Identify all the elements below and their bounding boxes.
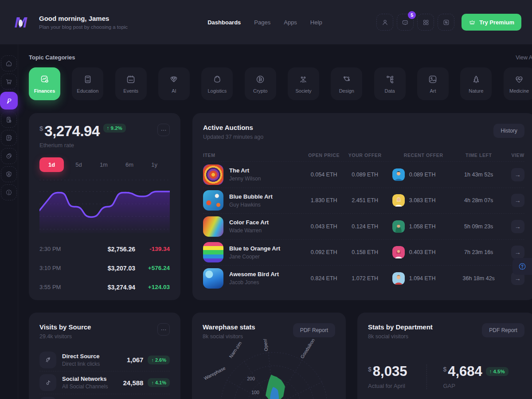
range-1m[interactable]: 1m [94, 157, 114, 172]
try-premium-button[interactable]: Try Premium [462, 14, 521, 31]
rate-history-list: 2:30 PM $2,756.26 -139.34 3:10 PM $3,207… [39, 239, 170, 297]
range-1y[interactable]: 1y [145, 157, 164, 172]
logo-drop-shape [19, 20, 23, 27]
stat-gap: $ 4,684 ↑4.5% GAP [426, 364, 524, 389]
rocket-icon [44, 356, 52, 364]
sidebar-item-alerts[interactable] [1, 184, 17, 200]
auction-item-image [203, 242, 223, 262]
nav-help[interactable]: Help [310, 19, 322, 26]
sidebar [0, 44, 18, 399]
your-offer: 0.089 ETH [344, 172, 386, 178]
etherium-line-chart [39, 179, 170, 233]
sidebar-item-shop[interactable] [1, 74, 17, 90]
recent-offer: 1.094 ETH [409, 275, 436, 282]
view-auction-button[interactable]: → [511, 220, 524, 233]
visit-change-badge: ↑4.1% [148, 378, 170, 387]
stats-by-department-card: Stats by Department 8k social visitors P… [357, 313, 532, 399]
sidebar-item-contacts[interactable] [1, 130, 17, 146]
app-header: M Good morning, James Plan your blog pos… [0, 0, 532, 44]
main-nav: Dashboards Pages Apps Help [207, 19, 322, 26]
auctions-title: Active Auctions [203, 124, 263, 131]
apps-grid-button[interactable] [417, 14, 434, 31]
social-note-icon [44, 379, 52, 387]
visit-change-badge: ↑2.6% [148, 356, 170, 364]
time-left: 36h 18m 42s [453, 275, 505, 282]
topic-crypto[interactable]: Crypto [245, 67, 276, 100]
auction-item-image [203, 268, 223, 289]
visits-more-button[interactable]: ⋯ [157, 323, 170, 336]
sidebar-item-payments[interactable] [0, 92, 18, 110]
settings-button[interactable] [438, 14, 454, 31]
crown-icon [469, 19, 476, 26]
view-auction-button[interactable]: → [511, 194, 524, 207]
etherium-rate-card: $ 3,274.94 ↑9.2% ⋯ Etherium rate 1d 5d 1… [29, 113, 180, 300]
recent-offer: 0.403 ETH [409, 249, 436, 255]
coins-icon [5, 152, 13, 160]
currency-symbol: $ [39, 125, 43, 132]
range-1d[interactable]: 1d [39, 157, 64, 172]
topic-logistics[interactable]: Logistics [201, 67, 233, 100]
topic-medicine[interactable]: Medicine [504, 67, 532, 100]
etherium-more-button[interactable]: ⋯ [157, 124, 170, 136]
nav-dashboards[interactable]: Dashboards [207, 19, 241, 26]
polar-label-openlane: Openlane [262, 339, 269, 352]
your-offer: 0.158 ETH [344, 249, 386, 255]
recent-offer: 3.083 ETH [409, 197, 436, 203]
department-title: Stats by Department [368, 323, 433, 331]
visit-source-row: Social NetworksAll Social Channels 24,58… [39, 371, 170, 394]
topic-design[interactable]: Design [331, 67, 362, 100]
topic-education[interactable]: Education [72, 67, 103, 100]
range-5d[interactable]: 5d [69, 157, 88, 172]
polar-label-nam-zim: Nam-zim [228, 340, 243, 359]
view-all-link[interactable]: View All [516, 55, 532, 61]
sidebar-item-reports[interactable] [1, 112, 17, 128]
topic-nature[interactable]: Nature [460, 67, 492, 100]
greeting-title: Good morning, James [39, 15, 128, 22]
sidebar-item-security[interactable] [1, 166, 17, 182]
topic-finances[interactable]: Finances [29, 67, 60, 100]
nav-pages[interactable]: Pages [254, 19, 270, 26]
topic-data[interactable]: Data [374, 67, 406, 100]
auction-row: Blue Bubble ArtGuy Hawkins 1.830 ETH 2.4… [203, 188, 524, 214]
topic-art[interactable]: Art [417, 67, 449, 100]
greeting-subtitle: Plan your blog post by choosing a topic [39, 24, 128, 30]
topic-categories: Finances Education Events AI Logistics C… [29, 67, 532, 100]
visits-title: Visits by Source [39, 323, 91, 331]
range-6m[interactable]: 6m [119, 157, 140, 172]
view-auction-button[interactable]: → [511, 246, 524, 259]
time-left: 1h 43m 52s [453, 172, 505, 178]
topic-society[interactable]: Society [288, 67, 319, 100]
auction-item-image [203, 164, 223, 185]
rate-change-badge: ↑9.2% [103, 124, 126, 133]
notification-badge: 5 [408, 11, 416, 19]
auction-row: Blue to Orange ArtJane Cooper 0.092 ETH … [203, 239, 524, 266]
premium-label: Try Premium [479, 19, 514, 26]
warephase-pdf-button[interactable]: PDF Report [293, 323, 335, 337]
topic-ai[interactable]: AI [158, 67, 190, 100]
open-price: 1.830 ETH [304, 197, 344, 203]
bidder-avatar [392, 168, 405, 181]
help-floating-button[interactable] [512, 258, 532, 275]
view-auction-button[interactable]: → [511, 168, 524, 181]
user-icon [381, 19, 389, 26]
department-pdf-button[interactable]: PDF Report [482, 323, 524, 337]
home-icon [5, 59, 13, 67]
bag-icon [212, 74, 223, 85]
profile-button[interactable] [376, 14, 393, 31]
gap-change-badge: ↑4.5% [486, 367, 509, 376]
calculator-icon [82, 74, 93, 85]
report-icon [5, 116, 13, 124]
messages-button[interactable]: 5 [397, 14, 414, 31]
polar-tick-200: 200 [247, 376, 255, 381]
sidebar-item-home[interactable] [1, 55, 17, 71]
sidebar-item-coins[interactable] [1, 148, 17, 164]
auctions-table-header: ITEM OPEN PRICE YOUR OFFER RECENT OFFER … [203, 149, 524, 161]
up-arrow-icon: ↑ [151, 357, 154, 363]
bezier-icon [341, 74, 352, 85]
bidder-avatar [392, 220, 405, 233]
paypal-icon [5, 97, 13, 105]
nav-apps[interactable]: Apps [284, 19, 297, 26]
history-button[interactable]: History [493, 124, 524, 138]
topic-events[interactable]: Events [115, 67, 147, 100]
active-auctions-card: Active Auctions Updated 37 minutes ago H… [192, 113, 532, 300]
